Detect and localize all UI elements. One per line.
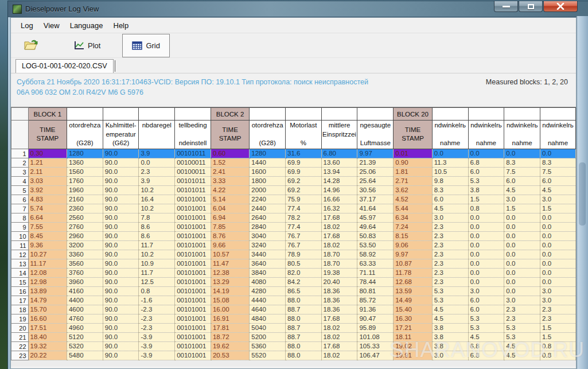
- cell-motorlast-prozent[interactable]: 77.4: [286, 204, 322, 213]
- cell-zuendwinkelruecknahme-2[interactable]: 0.0: [468, 278, 504, 287]
- cell-zuendwinkelruecknahme-2[interactable]: 0.0: [468, 241, 504, 250]
- cell-motorlast-prozent[interactable]: 78.9: [286, 250, 322, 259]
- cell-motordrehzahl-g28-1[interactable]: 1960: [67, 186, 103, 195]
- cell-angesaugte-luftmasse[interactable]: 71.11: [357, 269, 394, 278]
- cell-time-stamp-block1[interactable]: 17.51: [28, 324, 67, 333]
- cell-zuendwinkelruecknahme-2[interactable]: 0.0: [468, 269, 504, 278]
- row-number[interactable]: 15: [11, 278, 29, 287]
- cell-time-stamp-block2[interactable]: 9.66: [211, 241, 249, 250]
- row-number[interactable]: 12: [11, 250, 29, 259]
- cell-motordrehzahl-g28-2[interactable]: 2840: [250, 223, 286, 232]
- cell-time-stamp-block2[interactable]: 6.04: [211, 204, 249, 213]
- cell-angesaugte-luftmasse[interactable]: 106.47: [357, 351, 394, 360]
- cell-time-stamp-block2[interactable]: 7.85: [211, 223, 249, 232]
- cell-zuendwinkelruecknahme-2[interactable]: 3.0: [468, 287, 504, 296]
- cell-motordrehzahl-g28-1[interactable]: 3960: [67, 278, 103, 287]
- cell-lambdaregelung[interactable]: 10.9: [139, 259, 175, 269]
- menu-language[interactable]: Language: [65, 19, 108, 32]
- cell-motorlast-prozent[interactable]: 76.7: [286, 232, 322, 241]
- cell-mittlere-einspritzzeit[interactable]: 17.68: [321, 314, 357, 324]
- cell-time-stamp-block2[interactable]: 6.94: [211, 213, 249, 223]
- cell-motordrehzahl-g28-1[interactable]: 4600: [67, 305, 103, 314]
- cell-zuendwinkelruecknahme-4[interactable]: 0.0: [540, 223, 576, 232]
- cell-time-stamp-block2[interactable]: 13.29: [211, 278, 249, 287]
- cell-motordrehzahl-g28-1[interactable]: 4160: [67, 287, 103, 296]
- cell-zuendwinkelruecknahme-2[interactable]: 0.0: [468, 232, 504, 241]
- cell-lambdaregelung[interactable]: 3.9: [139, 177, 175, 186]
- cell-time-stamp-block1[interactable]: 12.98: [28, 278, 67, 287]
- cell-time-stamp-block2[interactable]: 5.14: [211, 195, 249, 204]
- cell-lambdaregelung[interactable]: 10.2: [139, 204, 175, 213]
- cell-lambdaregelung[interactable]: 11.7: [139, 269, 175, 278]
- cell-time-stamp-block20[interactable]: 12.68: [394, 278, 433, 287]
- cell-zuendwinkelruecknahme-4[interactable]: 0.0: [540, 259, 576, 269]
- cell-zuendwinkelruecknahme-3[interactable]: 5.3: [504, 324, 540, 333]
- cell-zuendwinkelruecknahme-1[interactable]: 4.5: [432, 204, 468, 213]
- cell-motorlast-prozent[interactable]: 88.7: [286, 305, 322, 314]
- cell-motorlast-prozent[interactable]: 69.2: [286, 186, 322, 195]
- cell-time-stamp-block1[interactable]: 3.92: [28, 186, 67, 195]
- cell-time-stamp-block1[interactable]: 13.89: [28, 287, 67, 296]
- cell-stellbedingungen-grundeinstellung[interactable]: 00101001: [175, 232, 211, 241]
- cell-zuendwinkelruecknahme-4[interactable]: 0.0: [540, 149, 576, 158]
- cell-motordrehzahl-g28-1[interactable]: 1560: [67, 168, 103, 177]
- cell-zuendwinkelruecknahme-3[interactable]: 0.0: [504, 232, 540, 241]
- cell-zuendwinkelruecknahme-4[interactable]: 0.0: [540, 241, 576, 250]
- cell-motordrehzahl-g28-2[interactable]: 2000: [250, 186, 286, 195]
- cell-motordrehzahl-g28-1[interactable]: 3560: [67, 259, 103, 269]
- cell-time-stamp-block2[interactable]: 8.76: [211, 232, 249, 241]
- cell-kuehlmittel-temperatur-g62[interactable]: 90.0: [103, 158, 139, 168]
- cell-mittlere-einspritzzeit[interactable]: 17.68: [321, 213, 357, 223]
- cell-zuendwinkelruecknahme-1[interactable]: 5.3: [432, 296, 468, 305]
- row-number[interactable]: 19: [11, 314, 29, 324]
- cell-motordrehzahl-g28-2[interactable]: 2640: [250, 213, 286, 223]
- cell-zuendwinkelruecknahme-3[interactable]: 6.0: [504, 177, 540, 186]
- row-number[interactable]: 21: [11, 333, 29, 342]
- cell-zuendwinkelruecknahme-2[interactable]: 0.0: [468, 213, 504, 223]
- cell-time-stamp-block20[interactable]: 0.90: [394, 158, 433, 168]
- cell-lambdaregelung[interactable]: 7.8: [139, 213, 175, 223]
- cell-motordrehzahl-g28-2[interactable]: 5040: [250, 324, 286, 333]
- cell-lambdaregelung[interactable]: -3.9: [139, 342, 175, 351]
- cell-motorlast-prozent[interactable]: 31.6: [286, 149, 322, 158]
- cell-zuendwinkelruecknahme-3[interactable]: 3.0: [504, 296, 540, 305]
- row-number[interactable]: 2: [11, 158, 29, 168]
- cell-time-stamp-block1[interactable]: 20.22: [28, 351, 67, 360]
- cell-lambdaregelung[interactable]: 12.5: [139, 278, 175, 287]
- cell-motorlast-prozent[interactable]: 88.0: [286, 351, 322, 360]
- cell-stellbedingungen-grundeinstellung[interactable]: 00100011: [175, 168, 211, 177]
- cell-motordrehzahl-g28-1[interactable]: 4960: [67, 324, 103, 333]
- cell-time-stamp-block2[interactable]: 20.53: [211, 351, 249, 360]
- cell-zuendwinkelruecknahme-2[interactable]: 6.0: [468, 305, 504, 314]
- cell-motordrehzahl-g28-1[interactable]: 2760: [67, 223, 103, 232]
- cell-time-stamp-block20[interactable]: 16.30: [394, 314, 433, 324]
- cell-zuendwinkelruecknahme-2[interactable]: 0.0: [468, 149, 504, 158]
- cell-zuendwinkelruecknahme-1[interactable]: 11.3: [432, 158, 468, 168]
- cell-time-stamp-block20[interactable]: 14.49: [394, 296, 433, 305]
- cell-motordrehzahl-g28-1[interactable]: 5320: [67, 342, 103, 351]
- cell-zuendwinkelruecknahme-2[interactable]: 0.0: [468, 259, 504, 269]
- cell-motorlast-prozent[interactable]: 86.5: [286, 287, 322, 296]
- cell-zuendwinkelruecknahme-1[interactable]: 0.0: [432, 149, 468, 158]
- cell-zuendwinkelruecknahme-4[interactable]: 0.0: [540, 278, 576, 287]
- cell-kuehlmittel-temperatur-g62[interactable]: 90.0: [103, 305, 139, 314]
- cell-motordrehzahl-g28-2[interactable]: 1600: [250, 168, 286, 177]
- row-number[interactable]: 17: [11, 296, 29, 305]
- tab-log-file[interactable]: LOG-01-001-002-020.CSV: [15, 59, 114, 73]
- cell-stellbedingungen-grundeinstellung[interactable]: 00101001: [175, 324, 211, 333]
- cell-kuehlmittel-temperatur-g62[interactable]: 90.0: [103, 168, 139, 177]
- cell-motordrehzahl-g28-2[interactable]: 1800: [250, 177, 286, 186]
- cell-stellbedingungen-grundeinstellung[interactable]: 00101001: [175, 204, 211, 213]
- cell-motordrehzahl-g28-1[interactable]: 1760: [67, 177, 103, 186]
- cell-zuendwinkelruecknahme-1[interactable]: 2.3: [432, 278, 468, 287]
- grid-view-button[interactable]: Grid: [122, 34, 170, 57]
- cell-zuendwinkelruecknahme-2[interactable]: 5.3: [468, 314, 504, 324]
- cell-motorlast-prozent[interactable]: 76.7: [286, 241, 322, 250]
- cell-time-stamp-block20[interactable]: 7.24: [394, 223, 433, 232]
- menu-help[interactable]: Help: [108, 19, 134, 32]
- cell-zuendwinkelruecknahme-3[interactable]: 2.3: [504, 305, 540, 314]
- cell-zuendwinkelruecknahme-4[interactable]: 0.0: [540, 232, 576, 241]
- cell-kuehlmittel-temperatur-g62[interactable]: 90.0: [103, 149, 139, 158]
- cell-mittlere-einspritzzeit[interactable]: 18.02: [321, 324, 357, 333]
- cell-lambdaregelung[interactable]: -2.3: [139, 324, 175, 333]
